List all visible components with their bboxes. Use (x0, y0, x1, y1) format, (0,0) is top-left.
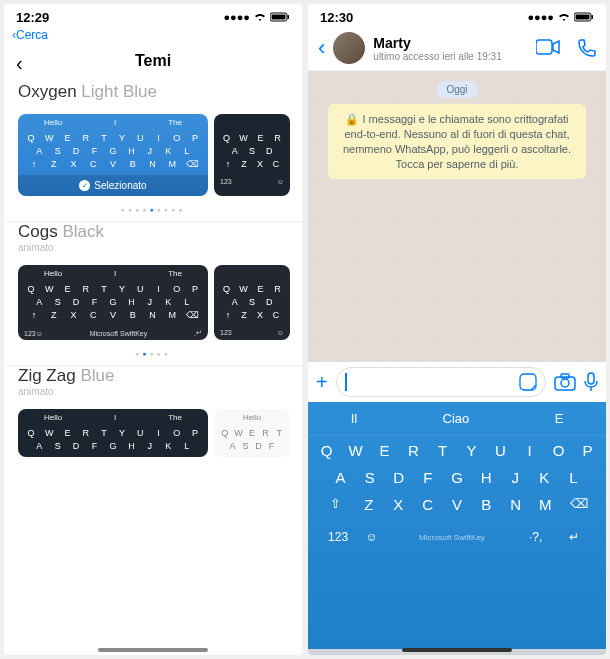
message-input[interactable] (336, 367, 546, 397)
themes-screen: 12:29 ●●●● ‹ Cerca ‹ Temi Oxygen Light B… (4, 4, 302, 655)
svg-rect-10 (561, 374, 569, 378)
chat-header: ‹ Marty ultimo accesso ieri alle 19:31 (308, 26, 606, 71)
page-dots-1[interactable]: ●●●●●●●●● (4, 202, 302, 221)
contact-info[interactable]: Marty ultimo accesso ieri alle 19:31 (373, 35, 501, 62)
wifi-icon (557, 12, 571, 22)
enter-key[interactable]: ↵ (552, 530, 596, 544)
suggestion[interactable]: Il (351, 411, 358, 426)
chat-messages[interactable]: Oggi 🔒 I messaggi e le chiamate sono cri… (308, 71, 606, 361)
suggestion[interactable]: E (555, 411, 564, 426)
backspace-key[interactable]: ⌫ (560, 496, 598, 513)
contact-status: ultimo accesso ieri alle 19:31 (373, 51, 501, 62)
back-button[interactable]: ‹ (318, 35, 325, 61)
svg-rect-11 (588, 373, 594, 384)
home-indicator[interactable] (402, 648, 512, 652)
battery-icon (270, 12, 290, 22)
key-row-bottom: 123 ☺ Microsoft SwiftKey ·?, ↵ (312, 523, 602, 551)
encryption-notice[interactable]: 🔒 I messaggi e le chiamate sono crittogr… (328, 104, 586, 179)
svg-rect-1 (272, 15, 286, 20)
svg-rect-6 (536, 40, 552, 54)
svg-point-9 (561, 379, 569, 387)
contact-name: Marty (373, 35, 501, 51)
message-input-bar: + (308, 361, 606, 402)
keyboard[interactable]: Il Ciao E QWERTYUIOP ASDFGHJKL ⇧ZXCVBNM⌫… (308, 402, 606, 649)
key-row-1: QWERTYUIOP (312, 442, 602, 459)
key-row-3: ⇧ZXCVBNM⌫ (312, 496, 602, 513)
page-title: Temi (135, 52, 171, 69)
emoji-key[interactable]: ☺ (358, 530, 385, 544)
home-indicator[interactable] (98, 648, 208, 652)
status-icons: ●●●● (527, 11, 594, 23)
shift-key[interactable]: ⇧ (316, 496, 354, 513)
signal-icon: ●●●● (527, 11, 554, 23)
status-time: 12:30 (320, 10, 353, 25)
suggestion-bar: Il Ciao E (308, 402, 606, 436)
status-bar: 12:29 ●●●● (4, 4, 302, 26)
theme-row-oxygen: HelloIThe QWERTYUIOP ASDFGHJKL ↑ZXCVBNM⌫… (4, 108, 302, 202)
video-call-button[interactable] (536, 39, 560, 57)
status-time: 12:29 (16, 10, 49, 25)
battery-icon (574, 12, 594, 22)
attach-button[interactable]: + (316, 371, 328, 394)
date-label: Oggi (436, 81, 477, 98)
suggestion[interactable]: Ciao (443, 411, 470, 426)
check-icon: ✓ (79, 180, 90, 191)
theme-preview-cogs-main[interactable]: HelloIThe QWERTYUIOP ASDFGHJKL ↑ZXCVBNM⌫… (18, 265, 208, 340)
theme-preview-zigzag-main[interactable]: HelloIThe QWERTYUIOP ASDFGHJKL (18, 409, 208, 457)
svg-rect-5 (592, 15, 594, 19)
sticker-button[interactable] (519, 373, 537, 391)
svg-rect-4 (576, 15, 590, 20)
key-row-2: ASDFGHJKL (312, 469, 602, 486)
camera-button[interactable] (554, 373, 576, 391)
mic-button[interactable] (584, 372, 598, 392)
avatar[interactable] (333, 32, 365, 64)
voice-call-button[interactable] (578, 39, 596, 57)
status-bar: 12:30 ●●●● (308, 4, 606, 26)
selected-badge: ✓ Selezionato (18, 175, 208, 196)
wifi-icon (253, 12, 267, 22)
whatsapp-chat-screen: 12:30 ●●●● ‹ Marty ultimo accesso ieri a… (308, 4, 606, 655)
back-button[interactable]: ‹ (16, 52, 23, 75)
theme-preview-zigzag-side[interactable]: Hello QWERT ASDF (214, 409, 290, 457)
svg-rect-2 (288, 15, 290, 19)
theme-heading-cogs: Cogs Black animato (4, 222, 302, 259)
theme-heading-oxygen: Oxygen Light Blue (4, 82, 302, 108)
header: ‹ Temi (4, 44, 302, 82)
theme-row-zigzag: HelloIThe QWERTYUIOP ASDFGHJKL Hello QWE… (4, 403, 302, 463)
theme-row-cogs: HelloIThe QWERTYUIOP ASDFGHJKL ↑ZXCVBNM⌫… (4, 259, 302, 346)
theme-heading-zigzag: Zig Zag Blue animato (4, 366, 302, 403)
numbers-key[interactable]: 123 (318, 530, 358, 544)
punct-key[interactable]: ·?, (519, 530, 553, 544)
text-cursor (345, 373, 347, 391)
page-dots-2[interactable]: ●●●●● (4, 346, 302, 365)
signal-icon: ●●●● (223, 11, 250, 23)
status-icons: ●●●● (223, 11, 290, 23)
theme-preview-oxygen-blue[interactable]: HelloIThe QWERTYUIOP ASDFGHJKL ↑ZXCVBNM⌫… (18, 114, 208, 196)
search-back-link[interactable]: ‹ Cerca (4, 26, 302, 44)
space-key[interactable]: Microsoft SwiftKey (385, 533, 519, 542)
theme-preview-oxygen-dark[interactable]: QWER ASD ↑ZXC 123☺ (214, 114, 290, 196)
theme-preview-cogs-side[interactable]: QWER ASD ↑ZXC 123☺ (214, 265, 290, 340)
